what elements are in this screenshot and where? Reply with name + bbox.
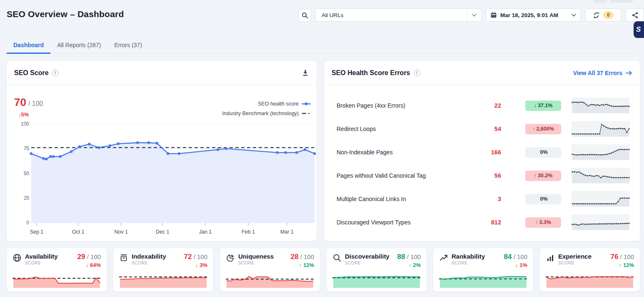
error-count: 54	[472, 126, 501, 132]
chevron-down-icon	[572, 14, 576, 17]
error-rows-list: Broken Pages (4xx Errors)22↓ 37.1%Redire…	[324, 85, 640, 234]
refresh-count-badge: 0	[603, 11, 614, 19]
metric-card-availability[interactable]: AvailabilitySCORE29 / 100↓ 64%	[7, 248, 107, 292]
error-sparkline	[572, 98, 630, 113]
metric-title: Experience	[558, 253, 611, 260]
metric-denominator: / 100	[87, 253, 101, 260]
metric-card-experience[interactable]: ExperienceSCORE76 / 100↑ 12%	[540, 248, 640, 292]
tab-dashboard[interactable]: Dashboard	[7, 38, 50, 54]
metric-trend: ↑ 12%	[611, 262, 634, 268]
date-range-value: Mar 18, 2025, 9:01 AM	[500, 12, 568, 18]
svg-text:Oct 1: Oct 1	[72, 229, 85, 235]
seo-score-value: 70	[14, 96, 26, 109]
error-row-3[interactable]: Non-Indexable Pages1660%	[324, 141, 640, 164]
search-button[interactable]	[298, 9, 311, 22]
date-range-picker[interactable]: Mar 18, 2025, 9:01 AM	[486, 8, 581, 22]
metric-score: 72	[184, 253, 192, 261]
refresh-button[interactable]: 0	[585, 8, 622, 22]
metric-denominator: / 100	[514, 253, 527, 260]
error-row-2[interactable]: Redirect Loops54↑ 2,600%	[324, 117, 640, 141]
metric-trend: ↑ 2%	[397, 262, 421, 268]
partial-button-artifact	[593, 0, 607, 3]
tab-errors[interactable]: Errors (37)	[107, 38, 149, 54]
svg-text:Feb 1: Feb 1	[242, 229, 255, 235]
refresh-icon	[593, 12, 600, 19]
legend-item-benchmark: Industry Benchmark (technology)	[222, 111, 311, 116]
metric-denominator: / 100	[300, 253, 314, 260]
tab-bar: Dashboard All Reports (287) Errors (37)	[7, 38, 637, 54]
url-filter-select[interactable]: All URLs	[315, 8, 482, 22]
error-sparkline	[572, 191, 630, 207]
error-label: Multiple Canonical Links In	[337, 196, 472, 202]
arrow-right-icon	[625, 70, 632, 76]
error-sparkline	[572, 214, 630, 230]
tab-all-reports[interactable]: All Reports (287)	[50, 38, 107, 54]
errors-card-title: SEO Health Score Errors i	[332, 69, 420, 77]
metric-denominator: / 100	[620, 253, 634, 260]
svg-text:100: 100	[21, 121, 29, 127]
metric-score: 88	[397, 253, 405, 261]
metric-sparkline	[119, 271, 207, 288]
metric-sparkline	[439, 271, 527, 288]
change-badge: ↑ 2,600%	[525, 124, 561, 134]
metric-denominator: / 100	[194, 253, 207, 260]
change-badge: ↑ 30.2%	[525, 171, 561, 181]
metric-title: Availability	[25, 253, 77, 260]
metric-trend: ↓ 1%	[504, 262, 527, 268]
error-count: 22	[472, 102, 501, 109]
share-icon	[632, 12, 639, 19]
error-label: Pages without Valid Canonical Tag	[337, 172, 472, 179]
metric-subtitle: SCORE	[25, 261, 77, 265]
seo-score-value-block: 70 / 100 ↓5%	[14, 96, 43, 118]
brand-flyout-logo[interactable]: S	[634, 21, 644, 38]
seo-score-card-header: SEO Score i	[7, 61, 317, 85]
metric-sparkline	[12, 271, 101, 288]
error-row-5[interactable]: Multiple Canonical Links In30%	[324, 187, 640, 211]
metric-subtitle: SCORE	[345, 261, 397, 265]
metric-trend: ↓ 3%	[184, 262, 207, 268]
svg-text:50: 50	[24, 171, 30, 176]
error-row-4[interactable]: Pages without Valid Canonical Tag56↑ 30.…	[324, 164, 640, 187]
error-label: Non-Indexable Pages	[337, 149, 472, 156]
metric-card-discoverability[interactable]: DiscoverabilitySCORE88 / 100↑ 2%	[327, 248, 427, 292]
globe-icon	[12, 253, 22, 262]
svg-text:25: 25	[24, 195, 30, 201]
seo-score-card: SEO Score i 70 / 100 ↓5% SEO health scor…	[7, 61, 317, 241]
seo-score-trend: ↓5%	[18, 111, 43, 118]
trend-up-icon	[439, 253, 448, 262]
error-row-6[interactable]: Discouraged Viewport Types812↑ 3.3%	[324, 211, 640, 234]
metric-card-uniqueness[interactable]: UniquenessSCORE28 / 100↑ 12%	[220, 248, 320, 292]
svg-text:75: 75	[24, 146, 30, 151]
metric-sparkline	[332, 271, 421, 288]
url-filter-value: All URLs	[316, 12, 467, 18]
share-button[interactable]	[626, 8, 644, 22]
info-icon[interactable]: i	[52, 70, 59, 76]
metric-score: 29	[77, 253, 85, 261]
metric-subtitle: SCORE	[452, 261, 504, 265]
svg-text:Nov 1: Nov 1	[114, 229, 128, 235]
metric-denominator: / 100	[407, 253, 421, 260]
dash-dot-marker-icon	[302, 112, 311, 115]
seo-health-errors-card: SEO Health Score Errors i View All 37 Er…	[324, 61, 640, 241]
metric-subtitle: SCORE	[558, 261, 611, 265]
error-row-1[interactable]: Broken Pages (4xx Errors)22↓ 37.1%	[324, 94, 640, 117]
svg-text:Jan 1: Jan 1	[199, 229, 212, 235]
svg-text:0: 0	[26, 220, 29, 226]
metric-subtitle: SCORE	[132, 261, 184, 265]
download-icon[interactable]	[302, 69, 309, 77]
metric-card-indexability[interactable]: IndexabilitySCORE72 / 100↓ 3%	[113, 248, 213, 292]
partial-button-artifact	[610, 0, 633, 3]
metric-title: Rankability	[452, 253, 504, 260]
page-title: SEO Overview – Dashboard	[7, 9, 124, 19]
error-label: Redirect Loops	[337, 126, 472, 132]
view-all-errors-link[interactable]: View All 37 Errors	[573, 70, 632, 76]
legend-item-health-score: SEO health score	[258, 101, 311, 107]
change-badge: ↑ 3.3%	[525, 217, 561, 228]
line-dot-marker-icon	[302, 102, 311, 106]
metric-title: Indexability	[132, 253, 184, 260]
svg-text:Mar 1: Mar 1	[280, 229, 294, 235]
svg-text:Sep 1: Sep 1	[30, 229, 44, 235]
info-icon[interactable]: i	[414, 70, 420, 76]
change-badge: 0%	[525, 147, 561, 158]
metric-card-rankability[interactable]: RankabilitySCORE84 / 100↓ 1%	[433, 248, 533, 292]
